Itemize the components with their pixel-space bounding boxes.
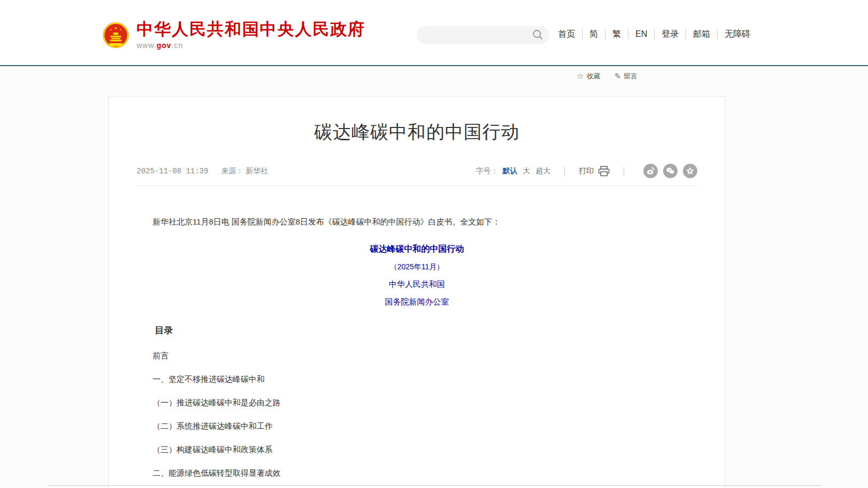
- font-size-label: 字号：: [476, 166, 498, 176]
- toc-item-section1-2: （二）系统推进碳达峰碳中和工作: [137, 421, 697, 430]
- page-body: ☆ 收藏 ✎ 留言 碳达峰碳中和的中国行动 2025-11-08 11:39 来…: [0, 66, 868, 488]
- source-label: 来源：: [221, 166, 243, 176]
- doc-org-line2: 国务院新闻办公室: [137, 297, 697, 307]
- source-name[interactable]: 新华社: [245, 166, 268, 176]
- toc-item-preface: 前言: [137, 351, 697, 360]
- print-label: 打印: [579, 166, 594, 176]
- message-label: 留言: [624, 71, 638, 81]
- toc-item-section2: 二、能源绿色低碳转型取得显著成效: [137, 468, 697, 477]
- toc-item-section1-1: （一）推进碳达峰碳中和是必由之路: [137, 398, 697, 407]
- search-input[interactable]: [417, 26, 550, 44]
- bottom-divider: [48, 485, 822, 486]
- site-url-suffix: .cn: [171, 41, 183, 50]
- nav-item-home[interactable]: 首页: [558, 29, 583, 39]
- publish-date: 2025-11-08 11:39: [137, 167, 208, 175]
- printer-icon: [598, 166, 610, 177]
- share-weibo-button[interactable]: [643, 164, 658, 178]
- site-url: www.gov.cn: [137, 41, 365, 50]
- article-lead-paragraph: 新华社北京11月8日电 国务院新闻办公室8日发布《碳达峰碳中和的中国行动》白皮书…: [137, 215, 697, 229]
- article-tools: 字号： 默认 大 超大 打印: [476, 164, 697, 178]
- quick-actions: ☆ 收藏 ✎ 留言: [563, 71, 638, 81]
- tools-separator: [564, 167, 565, 175]
- star-share-icon: [686, 166, 695, 175]
- article-meta: 2025-11-08 11:39 来源： 新华社 字号： 默认 大 超大 打印: [137, 164, 697, 186]
- header-nav: 首页 简 繁 EN 登录 邮箱 无障碍: [558, 29, 750, 39]
- site-header: 中华人民共和国中央人民政府 www.gov.cn 首页 简 繁 EN 登录 邮箱…: [0, 0, 868, 65]
- toc-item-section1: 一、坚定不移推进碳达峰碳中和: [137, 374, 697, 383]
- print-button[interactable]: 打印: [579, 166, 610, 177]
- nav-item-english[interactable]: EN: [628, 29, 655, 39]
- nav-item-accessibility[interactable]: 无障碍: [718, 29, 750, 39]
- message-button[interactable]: ✎ 留言: [614, 71, 638, 81]
- site-brand[interactable]: 中华人民共和国中央人民政府 www.gov.cn: [102, 20, 365, 50]
- nav-item-simplified[interactable]: 简: [583, 29, 606, 39]
- tools-separator-2: [624, 167, 624, 175]
- site-url-prefix: www.: [137, 41, 156, 50]
- search-icon: [532, 29, 544, 41]
- favorite-label: 收藏: [586, 71, 600, 81]
- weibo-icon: [646, 166, 655, 175]
- font-size-xlarge-button[interactable]: 超大: [536, 166, 551, 176]
- article-panel: 碳达峰碳中和的中国行动 2025-11-08 11:39 来源： 新华社 字号：…: [108, 96, 726, 488]
- toc-heading: 目录: [137, 324, 697, 337]
- font-size-large-button[interactable]: 大: [523, 166, 530, 176]
- pencil-icon: ✎: [614, 71, 621, 81]
- page-title: 碳达峰碳中和的中国行动: [137, 120, 697, 145]
- site-url-highlight: gov: [156, 41, 171, 50]
- doc-org-line1: 中华人民共和国: [137, 279, 697, 290]
- wechat-icon: [666, 166, 675, 175]
- nav-item-mail[interactable]: 邮箱: [686, 29, 718, 39]
- favorite-button[interactable]: ☆ 收藏: [577, 71, 600, 81]
- doc-title: 碳达峰碳中和的中国行动: [137, 244, 697, 255]
- share-wechat-button[interactable]: [663, 164, 678, 178]
- search-button[interactable]: [531, 29, 544, 42]
- national-emblem-logo: [102, 21, 129, 49]
- share-qzone-button[interactable]: [683, 164, 697, 178]
- font-size-default-button[interactable]: 默认: [503, 166, 517, 176]
- doc-date: （2025年11月）: [137, 262, 697, 272]
- site-title: 中华人民共和国中央人民政府: [137, 20, 365, 38]
- nav-item-traditional[interactable]: 繁: [606, 29, 628, 39]
- header-search: [417, 26, 550, 44]
- star-icon: ☆: [577, 71, 584, 81]
- nav-item-login[interactable]: 登录: [655, 29, 686, 39]
- toc-item-section1-3: （三）构建碳达峰碳中和政策体系: [137, 445, 697, 454]
